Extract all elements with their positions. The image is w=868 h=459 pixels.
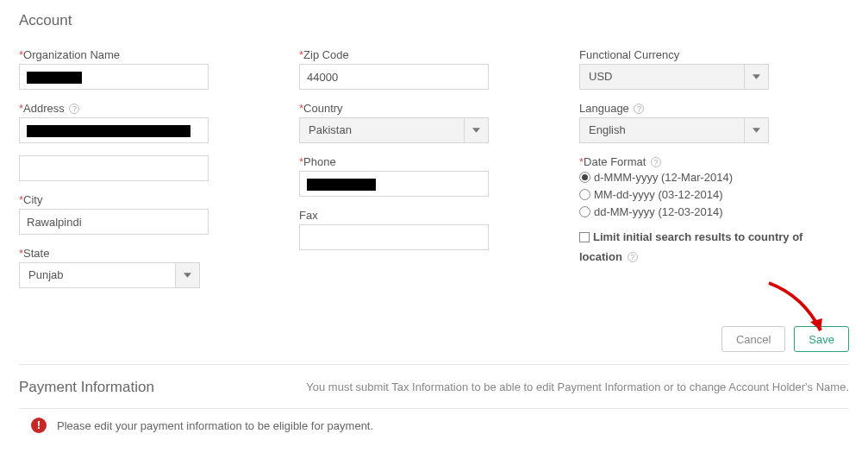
state-label: *State <box>19 247 213 260</box>
country-select[interactable]: Pakistan <box>299 117 489 143</box>
fax-input[interactable] <box>299 224 489 250</box>
zip-input[interactable] <box>299 64 489 90</box>
col-mid: *Zip Code *Country Pakistan *Phone Fax <box>299 48 493 300</box>
dateformat-opt3[interactable]: dd-MM-yyyy (12-03-2014) <box>579 205 821 218</box>
addr-input-1[interactable] <box>19 117 209 143</box>
payment-alert: ! Please edit your payment information t… <box>19 409 849 433</box>
payment-info-msg: You must submit Tax Information to be ab… <box>180 379 849 396</box>
help-icon[interactable]: ? <box>628 252 638 262</box>
radio-icon <box>579 206 590 217</box>
limit-results-checkbox[interactable]: Limit initial search results to country … <box>579 230 821 263</box>
zip-label: *Zip Code <box>299 48 493 61</box>
col-left: *Organization Name *Address ? *City *Sta… <box>19 48 213 300</box>
language-label: Language ? <box>579 102 821 115</box>
payment-info-section: Payment Information You must submit Tax … <box>19 365 849 408</box>
addr-input-2[interactable] <box>19 155 209 181</box>
country-label: *Country <box>299 102 493 115</box>
dateformat-opt2[interactable]: MM-dd-yyyy (03-12-2014) <box>579 188 821 201</box>
radio-icon <box>579 189 590 200</box>
dateformat-opt1[interactable]: d-MMM-yyyy (12-Mar-2014) <box>579 171 821 184</box>
alert-icon: ! <box>31 418 47 433</box>
currency-label: Functional Currency <box>579 48 821 61</box>
chevron-down-icon <box>744 65 768 89</box>
section-title: Account <box>19 12 849 29</box>
button-row: Cancel Save <box>19 326 849 352</box>
help-icon[interactable]: ? <box>69 104 79 114</box>
city-input[interactable] <box>19 209 209 235</box>
city-label: *City <box>19 193 213 206</box>
language-select[interactable]: English <box>579 117 769 143</box>
phone-label: *Phone <box>299 155 493 168</box>
save-button[interactable]: Save <box>794 326 849 352</box>
addr-label: *Address ? <box>19 102 213 115</box>
help-icon[interactable]: ? <box>651 157 661 167</box>
alert-text: Please edit your payment information to … <box>57 419 373 432</box>
org-input[interactable] <box>19 64 209 90</box>
chevron-down-icon <box>744 118 768 142</box>
org-label: *Organization Name <box>19 48 213 61</box>
col-right: Functional Currency USD Language ? Engli… <box>579 48 821 300</box>
state-select[interactable]: Punjab <box>19 262 200 288</box>
form-columns: *Organization Name *Address ? *City *Sta… <box>19 48 849 300</box>
dateformat-label: *Date Format ? <box>579 155 821 168</box>
currency-select[interactable]: USD <box>579 64 769 90</box>
help-icon[interactable]: ? <box>634 104 644 114</box>
phone-input[interactable] <box>299 171 489 197</box>
chevron-down-icon <box>464 118 488 142</box>
payment-info-title: Payment Information <box>19 379 154 396</box>
radio-icon <box>579 172 590 183</box>
fax-label: Fax <box>299 209 493 222</box>
cancel-button[interactable]: Cancel <box>721 326 785 352</box>
checkbox-icon <box>579 232 590 242</box>
chevron-down-icon <box>175 263 199 287</box>
